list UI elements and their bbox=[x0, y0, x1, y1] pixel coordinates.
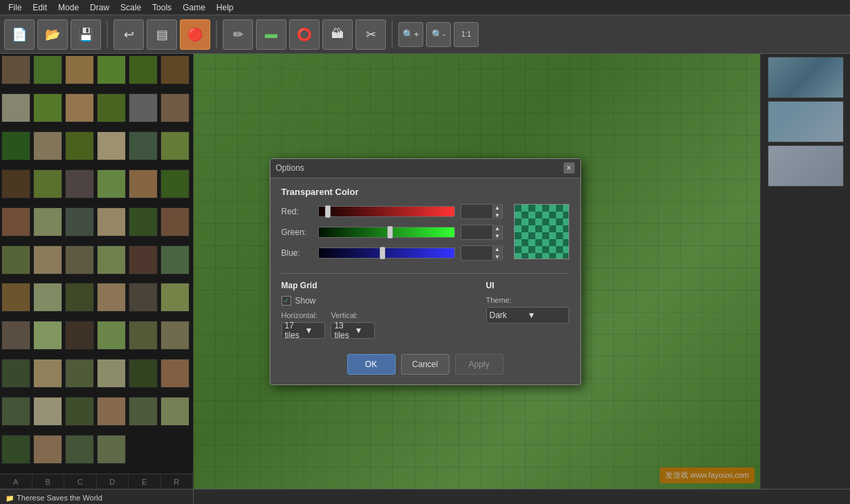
toolbar: 📄 📂 💾 ↩ ▤ 🔴 ✏ ▬ ⭕ 🏔 ✂ 🔍+ 🔍- 1:1 bbox=[0, 15, 850, 54]
dialog-body: Transparent Color Red: 17 bbox=[270, 178, 580, 347]
blue-spinbox[interactable]: 119 ▲ ▼ bbox=[461, 245, 503, 261]
dialog-titlebar: Options × bbox=[270, 159, 580, 178]
green-slider-thumb[interactable] bbox=[387, 226, 393, 239]
bottom-map-area bbox=[194, 489, 850, 504]
rect-button[interactable]: ▬ bbox=[256, 19, 286, 50]
transparent-color-title: Transparent Color bbox=[281, 187, 569, 197]
horizontal-arrow[interactable]: ▼ bbox=[304, 326, 322, 335]
menu-help[interactable]: Help bbox=[211, 3, 239, 12]
blue-row: Blue: 119 ▲ ▼ bbox=[281, 245, 503, 261]
red-label: Red: bbox=[281, 207, 313, 216]
new-button[interactable]: 📄 bbox=[4, 19, 35, 50]
grid-dropdowns: Horizontal: 17 tiles ▼ Vertical: 13 tile… bbox=[281, 311, 475, 339]
apply-button[interactable]: Apply bbox=[455, 354, 503, 375]
green-slider[interactable] bbox=[318, 227, 455, 238]
red-input[interactable]: 17 bbox=[461, 207, 492, 216]
vertical-label: Vertical: bbox=[331, 311, 375, 319]
menu-tools[interactable]: Tools bbox=[147, 3, 177, 12]
red-slider-thumb[interactable] bbox=[325, 205, 331, 218]
theme-select[interactable]: Dark ▼ bbox=[486, 307, 569, 324]
red-row: Red: 17 ▲ ▼ bbox=[281, 204, 503, 219]
green-input[interactable]: 136 bbox=[461, 227, 492, 237]
ui-section: UI Theme: Dark ▼ bbox=[486, 281, 569, 339]
dialog-divider bbox=[281, 273, 569, 274]
blue-label: Blue: bbox=[281, 248, 313, 258]
map-grid-title: Map Grid bbox=[281, 281, 475, 290]
green-arrows: ▲ ▼ bbox=[492, 225, 502, 240]
show-checkbox[interactable] bbox=[281, 296, 291, 306]
bottom-panel: 📁 Therese Saves the World 📂 Beginning 🗺 … bbox=[0, 489, 850, 504]
horizontal-col: Horizontal: 17 tiles ▼ bbox=[281, 311, 326, 339]
tree-item-0[interactable]: 📁 Therese Saves the World bbox=[3, 492, 190, 503]
color-preview bbox=[514, 204, 569, 259]
vertical-col: Vertical: 13 tiles ▼ bbox=[331, 311, 375, 339]
layer-tree: 📁 Therese Saves the World 📂 Beginning 🗺 … bbox=[0, 489, 194, 504]
horizontal-label: Horizontal: bbox=[281, 311, 326, 319]
zoom-in-button[interactable]: 🔍+ bbox=[398, 22, 423, 47]
green-up-arrow[interactable]: ▲ bbox=[492, 225, 502, 232]
show-label: Show bbox=[295, 296, 316, 306]
dialog-close-button[interactable]: × bbox=[564, 162, 575, 174]
horizontal-select[interactable]: 17 tiles ▼ bbox=[281, 322, 326, 339]
theme-row: Theme: Dark ▼ bbox=[486, 296, 569, 324]
red-slider[interactable] bbox=[318, 206, 455, 217]
vertical-arrow[interactable]: ▼ bbox=[354, 326, 371, 335]
blue-input[interactable]: 119 bbox=[461, 248, 492, 258]
toolbar-separator-1 bbox=[107, 21, 108, 48]
open-button[interactable]: 📂 bbox=[37, 19, 68, 50]
main-area: A B C D E R 发游戏 www.fayouxi.com Options … bbox=[0, 54, 850, 489]
save-button[interactable]: 💾 bbox=[71, 19, 101, 50]
theme-value: Dark bbox=[490, 310, 528, 320]
theme-arrow[interactable]: ▼ bbox=[528, 310, 566, 320]
undo-button[interactable]: ↩ bbox=[113, 19, 144, 50]
menu-game[interactable]: Game bbox=[177, 3, 211, 12]
menu-file[interactable]: File bbox=[3, 3, 27, 12]
bottom-sections: Map Grid Show Horizontal: 17 tiles ▼ bbox=[281, 281, 569, 339]
toolbar-separator-2 bbox=[216, 21, 217, 48]
green-down-arrow[interactable]: ▼ bbox=[492, 232, 502, 240]
vertical-value: 13 tiles bbox=[334, 321, 351, 340]
layer-button[interactable]: ▤ bbox=[147, 19, 177, 50]
stamp-button[interactable]: 🔴 bbox=[180, 19, 210, 50]
theme-label: Theme: bbox=[486, 296, 569, 304]
red-spinbox[interactable]: 17 ▲ ▼ bbox=[461, 204, 503, 219]
eraser-button[interactable]: ✂ bbox=[355, 19, 386, 50]
ui-title: UI bbox=[486, 281, 569, 290]
tree-icon-0: 📁 bbox=[6, 494, 14, 502]
menubar: File Edit Mode Draw Scale Tools Game Hel… bbox=[0, 0, 850, 15]
menu-edit[interactable]: Edit bbox=[27, 3, 53, 12]
blue-slider-thumb[interactable] bbox=[380, 247, 385, 259]
ellipse-button[interactable]: ⭕ bbox=[289, 19, 320, 50]
green-label: Green: bbox=[281, 227, 313, 237]
tree-label-0: Therese Saves the World bbox=[17, 494, 102, 502]
blue-arrows: ▲ ▼ bbox=[492, 245, 502, 261]
blue-slider[interactable] bbox=[318, 248, 455, 259]
cancel-button[interactable]: Cancel bbox=[401, 354, 450, 375]
zoom-1-1-button[interactable]: 1:1 bbox=[454, 22, 479, 47]
dialog-title: Options bbox=[276, 163, 304, 173]
green-spinbox[interactable]: 136 ▲ ▼ bbox=[461, 225, 503, 240]
menu-mode[interactable]: Mode bbox=[53, 3, 84, 12]
red-down-arrow[interactable]: ▼ bbox=[492, 212, 502, 219]
ok-button[interactable]: OK bbox=[347, 354, 396, 375]
red-arrows: ▲ ▼ bbox=[492, 204, 502, 219]
options-dialog: Options × Transparent Color Red: bbox=[270, 158, 581, 385]
zoom-out-button[interactable]: 🔍- bbox=[426, 22, 451, 47]
menu-draw[interactable]: Draw bbox=[84, 3, 115, 12]
blue-down-arrow[interactable]: ▼ bbox=[492, 253, 502, 261]
horizontal-value: 17 tiles bbox=[285, 321, 302, 340]
pencil-button[interactable]: ✏ bbox=[223, 19, 253, 50]
vertical-select[interactable]: 13 tiles ▼ bbox=[331, 322, 375, 339]
red-up-arrow[interactable]: ▲ bbox=[492, 204, 502, 212]
map-grid-section: Map Grid Show Horizontal: 17 tiles ▼ bbox=[281, 281, 475, 339]
toolbar-separator-3 bbox=[391, 21, 393, 48]
dialog-overlay: Options × Transparent Color Red: bbox=[0, 54, 850, 489]
dialog-buttons: OK Cancel Apply bbox=[270, 347, 580, 384]
blue-up-arrow[interactable]: ▲ bbox=[492, 245, 502, 253]
terrain-button[interactable]: 🏔 bbox=[322, 19, 353, 50]
show-row: Show bbox=[281, 296, 475, 306]
green-row: Green: 136 ▲ ▼ bbox=[281, 225, 503, 240]
menu-scale[interactable]: Scale bbox=[115, 3, 147, 12]
